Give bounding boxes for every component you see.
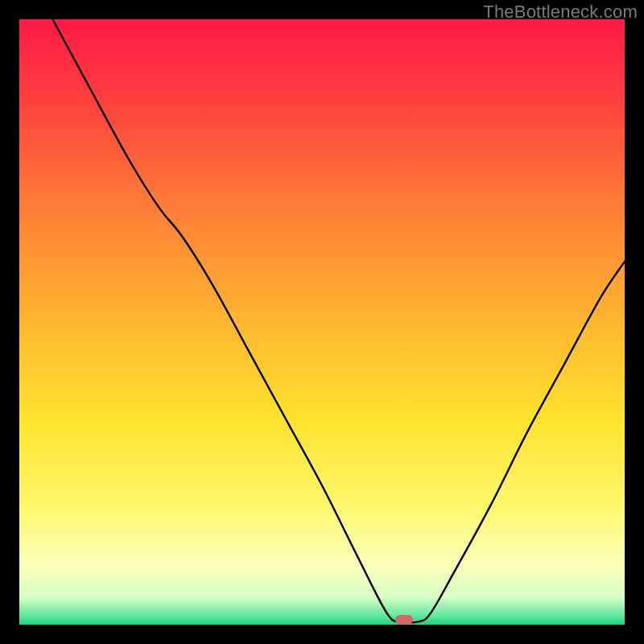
bottleneck-curve bbox=[19, 19, 625, 625]
chart-frame: TheBottleneck.com bbox=[0, 0, 644, 644]
optimal-marker bbox=[395, 615, 413, 625]
plot-area bbox=[19, 19, 625, 625]
